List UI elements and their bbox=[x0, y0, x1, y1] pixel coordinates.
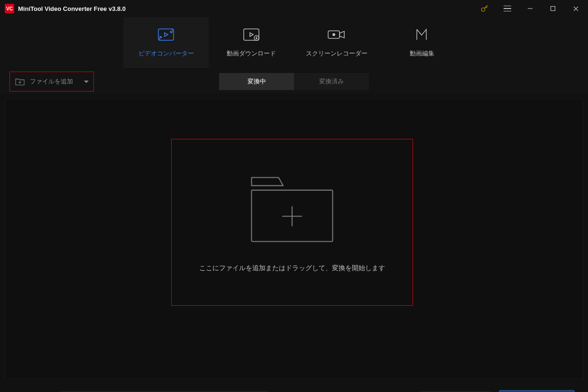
tab-converting[interactable]: 変換中 bbox=[219, 73, 294, 90]
main-area: ここにファイルを追加またはドラッグして、変換を開始します bbox=[5, 99, 583, 379]
svg-point-6 bbox=[332, 33, 335, 36]
hamburger-icon[interactable] bbox=[496, 0, 519, 17]
bottom-bar: 出力先 C:\Users\Yukiya\OneDrive\Documents\M… bbox=[0, 384, 588, 392]
svg-rect-1 bbox=[551, 7, 555, 11]
recorder-icon bbox=[327, 27, 346, 42]
key-icon[interactable] bbox=[473, 0, 496, 17]
add-folder-icon bbox=[15, 77, 25, 86]
titlebar: VC MiniTool Video Converter Free v3.8.0 bbox=[0, 0, 588, 17]
edit-icon bbox=[415, 27, 429, 42]
app-logo-icon: VC bbox=[5, 4, 14, 13]
tab-video-download[interactable]: 動画ダウンロード bbox=[209, 17, 294, 68]
dropzone[interactable]: ここにファイルを追加またはドラッグして、変換を開始します bbox=[171, 139, 413, 306]
maximize-button[interactable] bbox=[542, 0, 564, 17]
folder-plus-icon bbox=[247, 172, 337, 247]
app-title: MiniTool Video Converter Free v3.8.0 bbox=[18, 5, 126, 12]
download-icon bbox=[243, 27, 260, 42]
convert-icon bbox=[157, 27, 175, 42]
tab-label: ビデオコンバーター bbox=[138, 49, 194, 58]
add-file-label: ファイルを追加 bbox=[30, 77, 84, 86]
sub-bar: ファイルを追加 変換中 変換済み bbox=[0, 68, 588, 94]
tab-label: 動画編集 bbox=[410, 49, 434, 58]
close-button[interactable] bbox=[564, 0, 587, 17]
tab-label: 動画ダウンロード bbox=[227, 49, 276, 58]
top-nav: ビデオコンバーター 動画ダウンロード スクリーンレコーダー 動画編集 bbox=[0, 17, 588, 68]
dropzone-text: ここにファイルを追加またはドラッグして、変換を開始します bbox=[199, 264, 385, 273]
tab-video-edit[interactable]: 動画編集 bbox=[379, 17, 465, 68]
convert-all-button[interactable]: すべて変換 bbox=[499, 390, 575, 392]
minimize-button[interactable] bbox=[519, 0, 542, 17]
chevron-down-icon bbox=[84, 81, 89, 83]
add-file-button[interactable]: ファイルを追加 bbox=[9, 72, 94, 91]
tab-label: スクリーンレコーダー bbox=[306, 49, 368, 58]
tab-screen-recorder[interactable]: スクリーンレコーダー bbox=[294, 17, 379, 68]
tab-video-converter[interactable]: ビデオコンバーター bbox=[123, 17, 209, 68]
tab-converted[interactable]: 変換済み bbox=[294, 73, 369, 90]
svg-rect-2 bbox=[158, 29, 174, 40]
conversion-tabs: 変換中 変換済み bbox=[219, 73, 369, 90]
